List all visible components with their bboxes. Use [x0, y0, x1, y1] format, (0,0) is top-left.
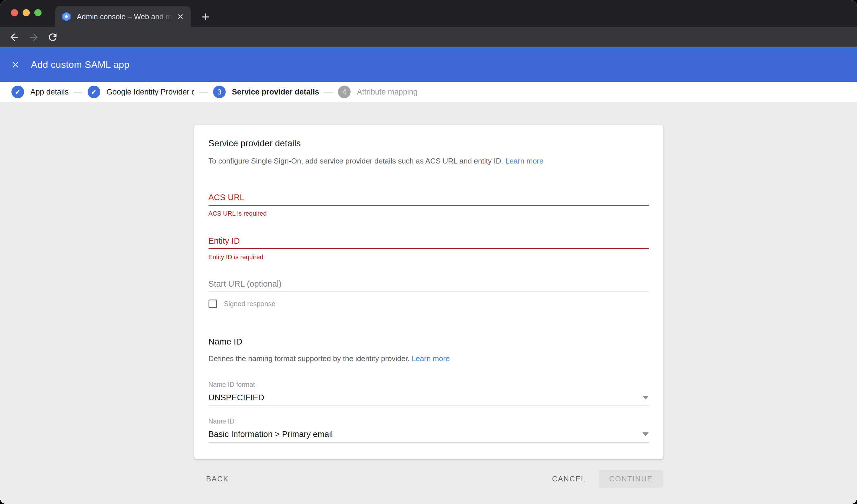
step-service-provider-details[interactable]: 3 Service provider details: [213, 86, 319, 98]
traffic-lights: [11, 9, 41, 16]
entity-id-field[interactable]: Entity ID Entity ID is required: [208, 236, 649, 261]
learn-more-link[interactable]: Learn more: [411, 354, 450, 363]
name-id-format-value: UNSPECIFIED: [208, 393, 264, 402]
step-connector: [324, 91, 333, 93]
acs-url-input-underline[interactable]: [208, 205, 649, 206]
name-id-label: Name ID: [208, 418, 649, 425]
tab-strip: Admin console – Web and mob ✕ +: [0, 0, 857, 27]
forward-arrow-icon: [28, 32, 39, 43]
service-provider-card: Service provider details To configure Si…: [194, 125, 663, 459]
card-title: Service provider details: [208, 138, 649, 149]
wizard-stepper: ✓ App details ✓ Google Identity Provider…: [0, 82, 857, 102]
learn-more-link[interactable]: Learn more: [505, 157, 543, 165]
acs-url-label: ACS URL: [208, 193, 649, 202]
name-id-section-description: Defines the naming format supported by t…: [208, 354, 649, 363]
name-id-value: Basic Information > Primary email: [208, 430, 333, 439]
step-complete-icon: ✓: [88, 86, 100, 98]
start-url-placeholder: Start URL (optional): [208, 279, 649, 289]
close-icon: [11, 60, 20, 70]
reload-icon: [47, 32, 58, 43]
wizard-footer: BACK CANCEL CONTINUE: [194, 470, 663, 488]
back-arrow-icon: [9, 32, 20, 43]
chevron-down-icon[interactable]: [642, 396, 649, 400]
card-description: To configure Single Sign-On, add service…: [208, 157, 649, 166]
back-button[interactable]: [8, 31, 21, 44]
signed-response-row: Signed response: [208, 300, 649, 308]
dialog-header: Add custom SAML app: [0, 47, 857, 82]
new-tab-button[interactable]: +: [198, 9, 214, 24]
name-id-format-label: Name ID format: [208, 381, 649, 389]
admin-console-favicon-icon: [61, 12, 72, 22]
minimize-window-button[interactable]: [23, 9, 30, 16]
step-connector: [199, 91, 208, 93]
browser-window: Admin console – Web and mob ✕ + admin.go…: [0, 0, 857, 504]
name-id-section-title: Name ID: [208, 337, 649, 347]
browser-tab[interactable]: Admin console – Web and mob ✕: [55, 6, 191, 27]
entity-id-input-underline[interactable]: [208, 248, 649, 249]
cancel-button[interactable]: CANCEL: [552, 474, 586, 483]
step-number-badge: 4: [338, 86, 351, 98]
step-connector: [74, 91, 83, 93]
reload-button[interactable]: [46, 31, 59, 44]
start-url-field[interactable]: Start URL (optional): [208, 279, 649, 291]
step-google-idp-details[interactable]: ✓ Google Identity Provider details: [88, 86, 194, 98]
acs-url-field[interactable]: ACS URL ACS URL is required: [208, 193, 649, 217]
tab-title: Admin console – Web and mob: [77, 12, 173, 22]
browser-toolbar: admin.google.com/ac/apps/unified: [0, 27, 857, 47]
back-step-button[interactable]: BACK: [206, 474, 229, 483]
name-id-underline: [208, 442, 649, 443]
step-complete-icon: ✓: [12, 86, 24, 98]
acs-url-error: ACS URL is required: [208, 210, 649, 217]
close-window-button[interactable]: [11, 9, 18, 16]
start-url-input-underline[interactable]: [208, 291, 649, 291]
signed-response-checkbox[interactable]: [208, 300, 217, 308]
forward-button[interactable]: [28, 31, 40, 44]
name-id-format-dropdown[interactable]: Name ID format UNSPECIFIED: [208, 381, 649, 406]
zoom-window-button[interactable]: [34, 9, 41, 16]
page-body: Service provider details To configure Si…: [0, 102, 857, 504]
continue-button[interactable]: CONTINUE: [599, 470, 663, 488]
step-attribute-mapping[interactable]: 4 Attribute mapping: [338, 86, 418, 98]
dialog-title: Add custom SAML app: [31, 59, 130, 70]
entity-id-error: Entity ID is required: [208, 253, 649, 261]
name-id-dropdown[interactable]: Name ID Basic Information > Primary emai…: [208, 418, 649, 443]
tab-close-icon[interactable]: ✕: [175, 12, 186, 22]
entity-id-label: Entity ID: [208, 236, 649, 246]
signed-response-label: Signed response: [224, 300, 275, 308]
step-app-details[interactable]: ✓ App details: [12, 86, 69, 98]
dialog-close-button[interactable]: [9, 58, 22, 71]
chevron-down-icon[interactable]: [642, 432, 649, 436]
name-id-format-underline: [208, 405, 649, 406]
step-number-badge: 3: [213, 86, 226, 98]
